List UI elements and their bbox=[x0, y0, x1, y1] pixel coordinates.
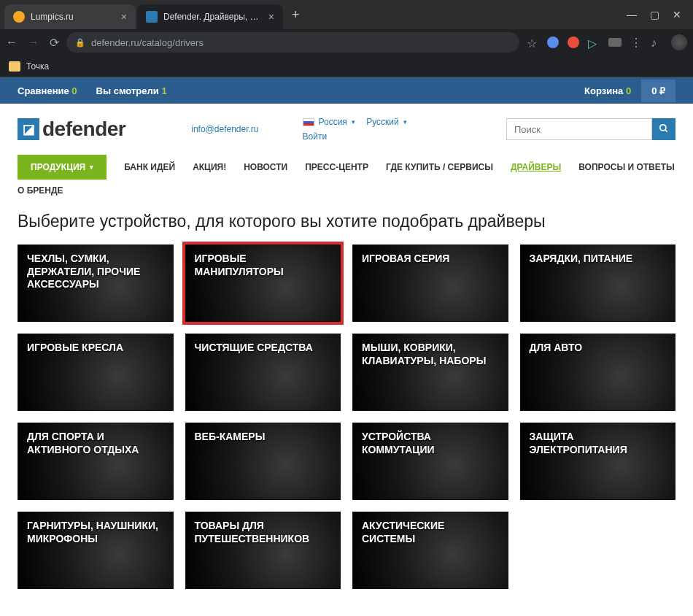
locale-block: Россия ▾ Русский ▾ Войти bbox=[303, 117, 407, 142]
page-viewport: Сравнение 0 Вы смотрели 1 Корзина 0 0 ₽ … bbox=[0, 77, 693, 616]
chevron-down-icon: ▾ bbox=[90, 163, 93, 171]
favicon-icon bbox=[13, 11, 25, 23]
chevron-down-icon: ▾ bbox=[352, 118, 355, 126]
bookmarks-bar: Точка bbox=[0, 55, 693, 77]
nav-ideas[interactable]: БАНК ИДЕЙ bbox=[124, 162, 175, 172]
site-topbar: Сравнение 0 Вы смотрели 1 Корзина 0 0 ₽ bbox=[0, 77, 693, 104]
main-nav-row2: О БРЕНДЕ bbox=[0, 185, 693, 201]
cart-link[interactable]: Корзина 0 bbox=[584, 85, 631, 96]
logo-text: defender bbox=[42, 118, 125, 141]
category-card[interactable]: ДЛЯ АВТО bbox=[520, 334, 676, 411]
category-card[interactable]: ЧИСТЯЩИЕ СРЕДСТВА bbox=[185, 334, 341, 411]
chevron-down-icon: ▾ bbox=[403, 118, 407, 126]
email-link[interactable]: info@defender.ru bbox=[191, 124, 258, 134]
nav-drivers[interactable]: ДРАЙВЕРЫ bbox=[511, 162, 561, 172]
search-input[interactable] bbox=[506, 118, 652, 140]
nav-about[interactable]: О БРЕНДЕ bbox=[18, 185, 63, 196]
nav-faq[interactable]: ВОПРОСЫ И ОТВЕТЫ bbox=[578, 162, 675, 172]
profile-avatar[interactable] bbox=[671, 34, 687, 50]
new-tab-button[interactable]: + bbox=[284, 3, 307, 27]
close-window-icon[interactable]: ✕ bbox=[673, 9, 681, 20]
compare-link[interactable]: Сравнение 0 bbox=[18, 85, 77, 96]
language-select[interactable]: Русский bbox=[366, 117, 399, 127]
category-card[interactable]: ИГРОВАЯ СЕРИЯ bbox=[352, 245, 508, 322]
nav-controls: ← → ⟳ bbox=[6, 36, 59, 50]
back-icon[interactable]: ← bbox=[6, 36, 18, 50]
reload-icon[interactable]: ⟳ bbox=[50, 36, 59, 50]
category-card[interactable]: ВЕБ-КАМЕРЫ bbox=[185, 423, 341, 500]
search-icon bbox=[659, 123, 669, 134]
category-card[interactable]: АКУСТИЧЕСКИЕ СИСТЕМЫ bbox=[352, 512, 508, 589]
close-icon[interactable]: × bbox=[268, 11, 274, 23]
page-content: Выберите устройство, для которого вы хот… bbox=[0, 201, 693, 611]
search-form bbox=[506, 118, 675, 140]
maximize-icon[interactable]: ▢ bbox=[650, 9, 659, 20]
site-header: ◪ defender info@defender.ru Россия ▾ Рус… bbox=[0, 104, 693, 149]
menu-icon[interactable]: ⋮ bbox=[630, 36, 642, 50]
category-card[interactable]: ЧЕХЛЫ, СУМКИ, ДЕРЖАТЕЛИ, ПРОЧИЕ АКСЕССУА… bbox=[18, 245, 174, 322]
category-grid: ЧЕХЛЫ, СУМКИ, ДЕРЖАТЕЛИ, ПРОЧИЕ АКСЕССУА… bbox=[18, 245, 675, 589]
category-card[interactable]: МЫШИ, КОВРИКИ, КЛАВИАТУРЫ, НАБОРЫ bbox=[352, 334, 508, 411]
extension-icon[interactable]: ♪ bbox=[651, 36, 662, 48]
category-card[interactable]: ЗАЩИТА ЭЛЕКТРОПИТАНИЯ bbox=[520, 423, 676, 500]
browser-tab[interactable]: Lumpics.ru × bbox=[4, 4, 136, 29]
svg-line-1 bbox=[665, 129, 667, 131]
forward-icon[interactable]: → bbox=[28, 36, 39, 50]
window-controls: — ▢ ✕ bbox=[619, 9, 689, 20]
cart-price[interactable]: 0 ₽ bbox=[641, 80, 675, 102]
extension-icons: ☆ ▷ ⋮ ♪ bbox=[527, 34, 687, 50]
category-card[interactable]: ДЛЯ СПОРТА И АКТИВНОГО ОТДЫХА bbox=[18, 423, 174, 500]
flag-icon bbox=[303, 118, 314, 126]
folder-icon bbox=[9, 61, 20, 72]
logo[interactable]: ◪ defender bbox=[18, 118, 125, 141]
logo-icon: ◪ bbox=[18, 118, 39, 140]
viewed-link[interactable]: Вы смотрели 1 bbox=[96, 85, 167, 96]
tab-title: Defender. Драйверы, инструк... bbox=[163, 12, 263, 22]
extension-icon[interactable] bbox=[608, 38, 622, 47]
extension-icon[interactable]: ☆ bbox=[527, 36, 538, 48]
close-icon[interactable]: × bbox=[121, 11, 127, 23]
tab-title: Lumpics.ru bbox=[31, 12, 115, 22]
category-card[interactable]: ГАРНИТУРЫ, НАУШНИКИ, МИКРОФОНЫ bbox=[18, 512, 174, 589]
nav-press[interactable]: ПРЕСС-ЦЕНТР bbox=[305, 162, 368, 172]
login-link[interactable]: Войти bbox=[303, 131, 407, 142]
extension-icon[interactable]: ▷ bbox=[588, 36, 600, 48]
address-bar: ← → ⟳ 🔒 defender.ru/catalog/drivers ☆ ▷ … bbox=[0, 29, 693, 55]
extension-icon[interactable] bbox=[568, 36, 579, 48]
category-card-highlighted[interactable]: ИГРОВЫЕ МАНИПУЛЯТОРЫ bbox=[185, 245, 341, 322]
page-title: Выберите устройство, для которого вы хот… bbox=[18, 212, 675, 231]
category-card[interactable]: ЗАРЯДКИ, ПИТАНИЕ bbox=[520, 245, 676, 322]
favicon-icon bbox=[146, 11, 158, 23]
country-select[interactable]: Россия bbox=[319, 117, 347, 127]
bookmark-item[interactable]: Точка bbox=[26, 61, 49, 72]
nav-where[interactable]: ГДЕ КУПИТЬ / СЕРВИСЫ bbox=[386, 162, 493, 172]
svg-point-0 bbox=[660, 124, 666, 130]
lock-icon: 🔒 bbox=[75, 38, 85, 47]
category-card[interactable]: ИГРОВЫЕ КРЕСЛА bbox=[18, 334, 174, 411]
products-menu[interactable]: ПРОДУКЦИЯ ▾ bbox=[18, 155, 107, 180]
category-card[interactable]: УСТРОЙСТВА КОММУТАЦИИ bbox=[352, 423, 508, 500]
browser-tabs-strip: Lumpics.ru × Defender. Драйверы, инструк… bbox=[0, 0, 693, 29]
search-button[interactable] bbox=[652, 118, 675, 140]
header-contact: info@defender.ru bbox=[191, 124, 258, 134]
minimize-icon[interactable]: — bbox=[627, 9, 637, 20]
nav-news[interactable]: НОВОСТИ bbox=[244, 162, 287, 172]
category-card[interactable]: ТОВАРЫ ДЛЯ ПУТЕШЕСТВЕННИКОВ bbox=[185, 512, 341, 589]
main-nav: ПРОДУКЦИЯ ▾ БАНК ИДЕЙ АКЦИЯ! НОВОСТИ ПРЕ… bbox=[0, 149, 693, 185]
url-text: defender.ru/catalog/drivers bbox=[91, 37, 204, 48]
browser-tab-active[interactable]: Defender. Драйверы, инструк... × bbox=[137, 4, 283, 29]
nav-promo[interactable]: АКЦИЯ! bbox=[193, 162, 226, 172]
extension-icon[interactable] bbox=[547, 36, 559, 48]
url-input[interactable]: 🔒 defender.ru/catalog/drivers bbox=[66, 32, 519, 53]
